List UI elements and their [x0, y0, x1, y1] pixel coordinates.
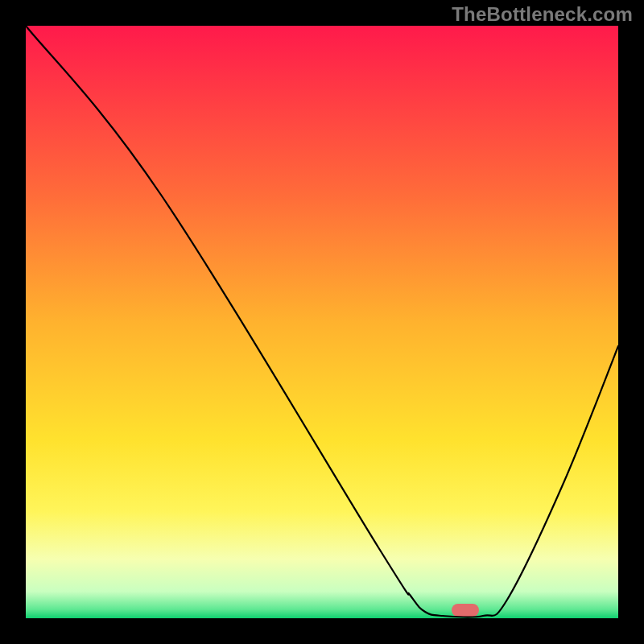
plot-background	[26, 26, 618, 618]
optimal-marker	[452, 604, 479, 617]
chart-frame: { "watermark": "TheBottleneck.com", "cha…	[0, 0, 644, 644]
bottleneck-chart	[0, 0, 644, 644]
